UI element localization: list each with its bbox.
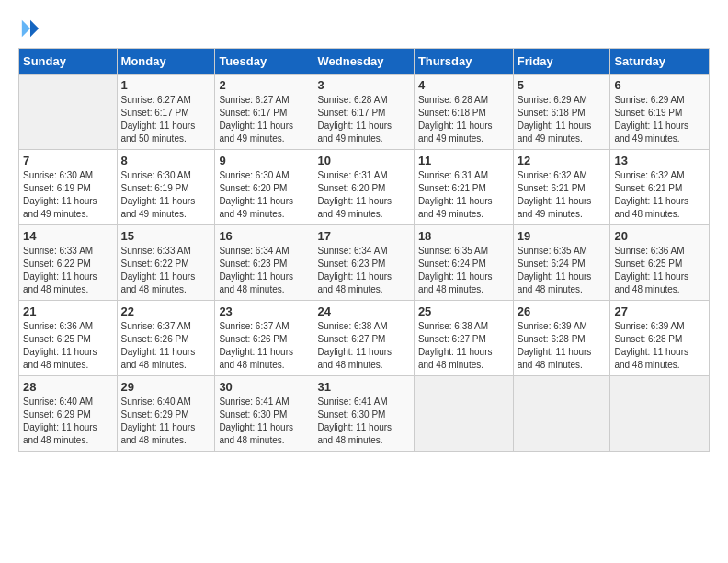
day-of-week-header: Thursday: [414, 49, 513, 75]
calendar-week-row: 28Sunrise: 6:40 AM Sunset: 6:29 PM Dayli…: [19, 376, 710, 452]
day-info: Sunrise: 6:30 AM Sunset: 6:19 PM Dayligh…: [23, 169, 113, 221]
day-number: 29: [121, 380, 211, 394]
day-number: 25: [418, 304, 509, 318]
day-info: Sunrise: 6:32 AM Sunset: 6:21 PM Dayligh…: [518, 169, 607, 221]
calendar-cell: 20Sunrise: 6:36 AM Sunset: 6:25 PM Dayli…: [610, 225, 710, 301]
calendar-week-row: 21Sunrise: 6:36 AM Sunset: 6:25 PM Dayli…: [19, 301, 710, 376]
calendar-cell: 17Sunrise: 6:34 AM Sunset: 6:23 PM Dayli…: [313, 225, 414, 301]
day-number: 2: [219, 78, 309, 92]
day-info: Sunrise: 6:38 AM Sunset: 6:27 PM Dayligh…: [418, 320, 509, 372]
logo: [18, 18, 40, 39]
day-number: 20: [614, 229, 705, 243]
calendar-cell: 15Sunrise: 6:33 AM Sunset: 6:22 PM Dayli…: [117, 225, 215, 301]
calendar-cell: 8Sunrise: 6:30 AM Sunset: 6:19 PM Daylig…: [117, 150, 215, 225]
day-number: 4: [418, 78, 509, 92]
day-number: 19: [518, 229, 607, 243]
calendar-cell: 14Sunrise: 6:33 AM Sunset: 6:22 PM Dayli…: [19, 225, 118, 301]
day-info: Sunrise: 6:31 AM Sunset: 6:20 PM Dayligh…: [317, 169, 409, 221]
svg-marker-0: [30, 20, 39, 37]
day-info: Sunrise: 6:41 AM Sunset: 6:30 PM Dayligh…: [219, 396, 309, 447]
day-number: 12: [518, 154, 607, 167]
day-info: Sunrise: 6:41 AM Sunset: 6:30 PM Dayligh…: [317, 396, 409, 447]
calendar-cell: 4Sunrise: 6:28 AM Sunset: 6:18 PM Daylig…: [414, 75, 513, 150]
calendar-week-row: 1Sunrise: 6:27 AM Sunset: 6:17 PM Daylig…: [19, 75, 710, 150]
calendar-cell: 9Sunrise: 6:30 AM Sunset: 6:20 PM Daylig…: [215, 150, 313, 225]
day-info: Sunrise: 6:30 AM Sunset: 6:19 PM Dayligh…: [121, 169, 211, 221]
day-info: Sunrise: 6:30 AM Sunset: 6:20 PM Dayligh…: [219, 169, 309, 221]
calendar-cell: 12Sunrise: 6:32 AM Sunset: 6:21 PM Dayli…: [513, 150, 610, 225]
day-info: Sunrise: 6:40 AM Sunset: 6:29 PM Dayligh…: [23, 396, 113, 447]
calendar-cell: 25Sunrise: 6:38 AM Sunset: 6:27 PM Dayli…: [414, 301, 513, 376]
day-info: Sunrise: 6:38 AM Sunset: 6:27 PM Dayligh…: [317, 320, 409, 372]
calendar-cell: 13Sunrise: 6:32 AM Sunset: 6:21 PM Dayli…: [610, 150, 710, 225]
day-info: Sunrise: 6:36 AM Sunset: 6:25 PM Dayligh…: [614, 245, 705, 296]
day-of-week-header: Monday: [117, 49, 215, 75]
day-number: 30: [219, 380, 309, 394]
day-info: Sunrise: 6:27 AM Sunset: 6:17 PM Dayligh…: [219, 94, 309, 145]
calendar-cell: 2Sunrise: 6:27 AM Sunset: 6:17 PM Daylig…: [215, 75, 313, 150]
day-info: Sunrise: 6:29 AM Sunset: 6:18 PM Dayligh…: [518, 94, 607, 145]
day-of-week-header: Wednesday: [313, 49, 414, 75]
calendar-cell: [513, 376, 610, 452]
logo-icon: [20, 18, 40, 39]
day-info: Sunrise: 6:35 AM Sunset: 6:24 PM Dayligh…: [518, 245, 607, 296]
day-of-week-header: Tuesday: [215, 49, 313, 75]
day-number: 16: [219, 229, 309, 243]
day-info: Sunrise: 6:37 AM Sunset: 6:26 PM Dayligh…: [219, 320, 309, 372]
calendar-cell: [19, 75, 118, 150]
day-info: Sunrise: 6:29 AM Sunset: 6:19 PM Dayligh…: [614, 94, 705, 145]
calendar-week-row: 14Sunrise: 6:33 AM Sunset: 6:22 PM Dayli…: [19, 225, 710, 301]
calendar-cell: 18Sunrise: 6:35 AM Sunset: 6:24 PM Dayli…: [414, 225, 513, 301]
svg-marker-1: [22, 20, 30, 37]
calendar-cell: 27Sunrise: 6:39 AM Sunset: 6:28 PM Dayli…: [610, 301, 710, 376]
calendar-cell: [414, 376, 513, 452]
day-of-week-header: Sunday: [19, 49, 118, 75]
day-number: 27: [614, 304, 705, 318]
calendar-table: SundayMondayTuesdayWednesdayThursdayFrid…: [18, 48, 710, 452]
day-number: 13: [614, 154, 705, 167]
calendar-cell: 21Sunrise: 6:36 AM Sunset: 6:25 PM Dayli…: [19, 301, 118, 376]
calendar-cell: 10Sunrise: 6:31 AM Sunset: 6:20 PM Dayli…: [313, 150, 414, 225]
day-info: Sunrise: 6:35 AM Sunset: 6:24 PM Dayligh…: [418, 245, 509, 296]
day-number: 11: [418, 154, 509, 167]
day-number: 31: [317, 380, 409, 394]
calendar-cell: 24Sunrise: 6:38 AM Sunset: 6:27 PM Dayli…: [313, 301, 414, 376]
calendar-cell: 7Sunrise: 6:30 AM Sunset: 6:19 PM Daylig…: [19, 150, 118, 225]
day-number: 9: [219, 154, 309, 167]
calendar-cell: [610, 376, 710, 452]
day-number: 6: [614, 78, 705, 92]
calendar-cell: 11Sunrise: 6:31 AM Sunset: 6:21 PM Dayli…: [414, 150, 513, 225]
day-number: 26: [518, 304, 607, 318]
calendar-body: 1Sunrise: 6:27 AM Sunset: 6:17 PM Daylig…: [19, 75, 710, 452]
day-info: Sunrise: 6:39 AM Sunset: 6:28 PM Dayligh…: [614, 320, 705, 372]
calendar-cell: 23Sunrise: 6:37 AM Sunset: 6:26 PM Dayli…: [215, 301, 313, 376]
day-info: Sunrise: 6:28 AM Sunset: 6:17 PM Dayligh…: [317, 94, 409, 145]
calendar-cell: 30Sunrise: 6:41 AM Sunset: 6:30 PM Dayli…: [215, 376, 313, 452]
day-number: 8: [121, 154, 211, 167]
day-info: Sunrise: 6:40 AM Sunset: 6:29 PM Dayligh…: [121, 396, 211, 447]
day-info: Sunrise: 6:33 AM Sunset: 6:22 PM Dayligh…: [23, 245, 113, 296]
calendar-cell: 29Sunrise: 6:40 AM Sunset: 6:29 PM Dayli…: [117, 376, 215, 452]
calendar-header-row: SundayMondayTuesdayWednesdayThursdayFrid…: [19, 49, 710, 75]
day-number: 10: [317, 154, 409, 167]
day-number: 28: [23, 380, 113, 394]
day-info: Sunrise: 6:34 AM Sunset: 6:23 PM Dayligh…: [219, 245, 309, 296]
day-of-week-header: Friday: [513, 49, 610, 75]
calendar-cell: 31Sunrise: 6:41 AM Sunset: 6:30 PM Dayli…: [313, 376, 414, 452]
calendar-cell: 22Sunrise: 6:37 AM Sunset: 6:26 PM Dayli…: [117, 301, 215, 376]
day-info: Sunrise: 6:33 AM Sunset: 6:22 PM Dayligh…: [121, 245, 211, 296]
day-info: Sunrise: 6:37 AM Sunset: 6:26 PM Dayligh…: [121, 320, 211, 372]
day-number: 1: [121, 78, 211, 92]
day-number: 22: [121, 304, 211, 318]
calendar-cell: 3Sunrise: 6:28 AM Sunset: 6:17 PM Daylig…: [313, 75, 414, 150]
day-number: 17: [317, 229, 409, 243]
day-number: 24: [317, 304, 409, 318]
day-info: Sunrise: 6:34 AM Sunset: 6:23 PM Dayligh…: [317, 245, 409, 296]
day-info: Sunrise: 6:39 AM Sunset: 6:28 PM Dayligh…: [518, 320, 607, 372]
page-header: [18, 18, 710, 39]
day-number: 14: [23, 229, 113, 243]
day-number: 7: [23, 154, 113, 167]
day-number: 23: [219, 304, 309, 318]
day-number: 5: [518, 78, 607, 92]
calendar-cell: 26Sunrise: 6:39 AM Sunset: 6:28 PM Dayli…: [513, 301, 610, 376]
